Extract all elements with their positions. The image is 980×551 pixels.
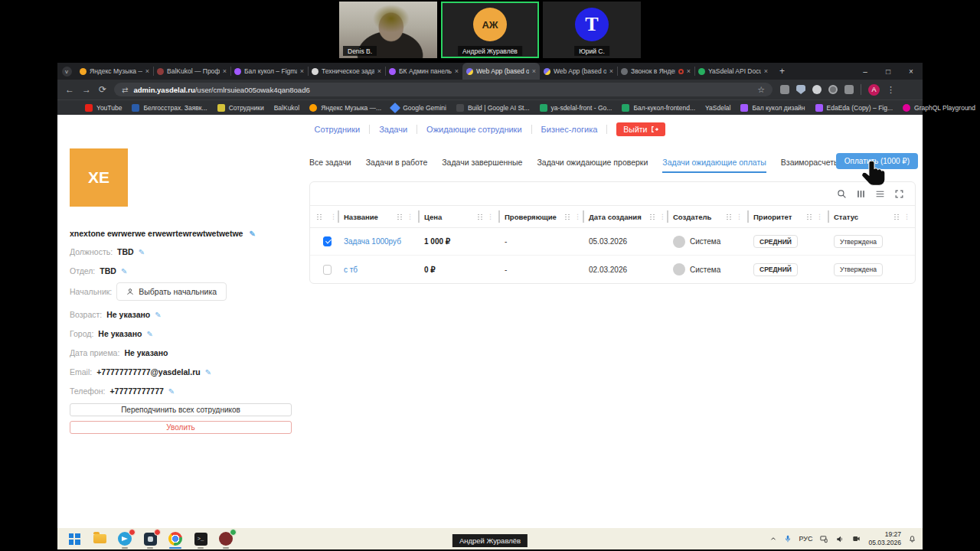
drag-handle-icon[interactable]: [477, 214, 483, 220]
tab-close-icon[interactable]: ×: [455, 67, 459, 75]
address-bar[interactable]: ⇄ admin.yasdelal.ru/user/cmlrsuiea005owa…: [114, 83, 773, 96]
header-name[interactable]: Название ⋮: [338, 206, 418, 227]
bookmark-item[interactable]: Белгосстрах. Заявк...: [132, 104, 207, 112]
browser-tab[interactable]: Звонок в Яндекс ×: [617, 63, 694, 80]
table-row[interactable]: Задача 1000руб 1 000 ₽ - 05.03.2026 Сист…: [310, 228, 915, 256]
clock[interactable]: 19:27 05.03.2026: [868, 530, 901, 546]
header-priority[interactable]: Приоритет ⋮: [747, 206, 828, 227]
table-row[interactable]: с тб 0 ₽ - 02.03.2026 Система СРЕДНИЙ Ут…: [310, 256, 915, 283]
header-reviewers[interactable]: Проверяющие ⋮: [498, 206, 583, 227]
camera-indicator-icon[interactable]: [851, 535, 861, 543]
terminal-button[interactable]: >_: [193, 531, 208, 546]
telegram-button[interactable]: [117, 531, 132, 546]
network-icon[interactable]: [819, 535, 828, 543]
participant-tile-denis[interactable]: Denis B.: [339, 2, 437, 58]
start-button[interactable]: [67, 531, 82, 546]
column-menu-icon[interactable]: ⋮: [903, 213, 910, 220]
column-menu-icon[interactable]: ⋮: [330, 213, 337, 220]
fire-button[interactable]: Уволить: [70, 421, 292, 434]
close-button[interactable]: ×: [900, 63, 923, 80]
refresh-button[interactable]: ⟳: [99, 84, 106, 95]
language-indicator[interactable]: РУС: [799, 535, 812, 543]
column-menu-icon[interactable]: ⋮: [487, 213, 494, 220]
bookmark-item[interactable]: ya-sdelal-front - Go...: [540, 104, 612, 112]
column-menu-icon[interactable]: ⋮: [407, 213, 413, 220]
participant-tile-yuri[interactable]: Т Юрий С.: [543, 2, 641, 58]
browser-tab[interactable]: Web App (based on ×: [540, 63, 617, 80]
record-extension-icon[interactable]: [828, 85, 838, 94]
recorder-app-button[interactable]: [218, 531, 234, 546]
site-info-icon[interactable]: ⇄: [122, 86, 128, 94]
browser-tab-active[interactable]: Web App (based on ×: [462, 63, 540, 80]
drag-handle-icon[interactable]: [806, 214, 812, 220]
bookmark-item[interactable]: Бал-кукол-frontend...: [622, 104, 695, 112]
file-explorer-button[interactable]: [92, 531, 107, 546]
edit-icon[interactable]: ✎: [168, 387, 175, 396]
new-tab-button[interactable]: +: [772, 66, 792, 77]
bookmark-item[interactable]: Сотрудники: [217, 104, 264, 112]
back-button[interactable]: ←: [65, 84, 74, 95]
browser-tab[interactable]: Техническое задани ×: [308, 63, 385, 80]
forward-button[interactable]: →: [82, 84, 91, 95]
browser-tab[interactable]: Бал кукол – Figma ×: [230, 63, 308, 80]
tab-settlements[interactable]: Взаиморасчеты: [781, 158, 840, 173]
tab-close-icon[interactable]: ×: [145, 67, 149, 75]
header-status[interactable]: Статус ⋮: [828, 206, 915, 227]
reassign-all-button[interactable]: Переподчинить всех сотрудников: [70, 403, 292, 416]
profile-avatar[interactable]: A: [868, 84, 880, 96]
drag-handle-icon[interactable]: [893, 214, 900, 220]
choose-manager-button[interactable]: Выбрать начальника: [116, 282, 227, 301]
puzzle-extensions-icon[interactable]: [844, 85, 854, 94]
bookmark-item[interactable]: Google Gemini: [391, 104, 446, 112]
bookmark-item[interactable]: EdaEda (Copy) – Fig...: [815, 104, 893, 112]
tab-in-progress[interactable]: Задачи в работе: [366, 158, 428, 173]
browser-tab[interactable]: BalKukol — Профиль ×: [153, 63, 230, 80]
tab-close-icon[interactable]: ×: [300, 67, 304, 75]
edit-icon[interactable]: ✎: [139, 248, 145, 256]
task-link[interactable]: с тб: [344, 266, 358, 274]
edit-icon[interactable]: ✎: [155, 311, 161, 319]
drag-handle-icon[interactable]: [564, 214, 570, 220]
tab-close-icon[interactable]: ×: [764, 67, 768, 75]
bookmark-item[interactable]: BalKukol: [274, 104, 300, 112]
tab-search-button[interactable]: v: [57, 67, 76, 77]
speaker-icon[interactable]: [835, 535, 844, 543]
tab-all-tasks[interactable]: Все задачи: [309, 158, 351, 173]
tab-close-icon[interactable]: ×: [687, 67, 691, 75]
browser-menu-icon[interactable]: ⋮: [887, 85, 895, 95]
edit-name-icon[interactable]: ✎: [249, 230, 255, 238]
column-menu-icon[interactable]: ⋮: [659, 213, 666, 220]
bookmark-item[interactable]: Яндекс Музыка —...: [309, 104, 381, 112]
header-created[interactable]: Дата создания ⋮: [583, 206, 667, 227]
tab-awaiting-payment[interactable]: Задачи ожидающие оплаты: [662, 158, 766, 173]
participant-tile-andrey[interactable]: АЖ Андрей Журавлёв: [441, 2, 539, 58]
browser-tab[interactable]: БК Админ панель (п ×: [385, 63, 462, 80]
fullscreen-icon[interactable]: [894, 189, 904, 199]
bookmark-item[interactable]: YaSdelal: [705, 104, 730, 112]
chrome-button[interactable]: [168, 531, 183, 546]
drag-handle-icon[interactable]: [316, 214, 322, 220]
header-price[interactable]: Цена ⋮: [418, 206, 498, 227]
row-checkbox[interactable]: [323, 265, 332, 275]
header-creator[interactable]: Создатель ⋮: [667, 206, 747, 227]
edit-icon[interactable]: ✎: [205, 368, 211, 377]
row-checkbox[interactable]: [323, 236, 332, 246]
maximize-button[interactable]: □: [877, 63, 900, 80]
bookmark-item[interactable]: Build | Google AI St...: [456, 104, 530, 112]
drag-handle-icon[interactable]: [726, 214, 732, 220]
bookmark-item[interactable]: YouTube: [85, 104, 122, 112]
extension-icon[interactable]: [780, 85, 789, 94]
column-menu-icon[interactable]: ⋮: [816, 213, 823, 220]
bookmark-item[interactable]: GraphQL Playground: [903, 104, 975, 112]
drag-handle-icon[interactable]: [649, 214, 655, 220]
browser-tab[interactable]: Яндекс Музыка — с ×: [76, 63, 153, 80]
column-menu-icon[interactable]: ⋮: [574, 213, 581, 220]
shield-extension-icon[interactable]: [796, 85, 805, 94]
messenger-button[interactable]: [142, 531, 158, 546]
bookmark-item[interactable]: Бал кукол дизайн: [740, 104, 805, 112]
mic-extension-icon[interactable]: [812, 85, 822, 94]
tab-completed[interactable]: Задачи завершенные: [442, 158, 522, 173]
search-icon[interactable]: [837, 189, 847, 199]
tab-close-icon[interactable]: ×: [223, 67, 227, 75]
tab-close-icon[interactable]: ×: [532, 67, 536, 75]
